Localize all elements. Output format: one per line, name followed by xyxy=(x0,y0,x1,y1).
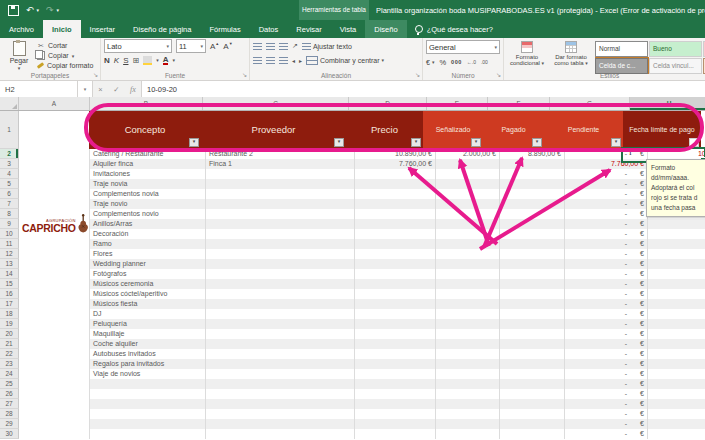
cell-B26[interactable] xyxy=(89,389,206,399)
cell-G13[interactable]: -€ xyxy=(565,259,648,269)
cell-B5[interactable]: Traje novia xyxy=(89,179,206,189)
cell-A12[interactable] xyxy=(19,249,89,259)
wrap-text-button[interactable]: Ajustar texto xyxy=(302,43,352,50)
cell-D16[interactable] xyxy=(355,289,436,299)
row-header-24[interactable]: 24 xyxy=(0,369,19,379)
cell-A7[interactable] xyxy=(19,199,89,209)
cell-D3[interactable]: 7.760,00 € xyxy=(355,159,436,169)
cell-C4[interactable] xyxy=(206,169,355,179)
cell-B19[interactable]: Peluquería xyxy=(89,319,206,329)
cell-F3[interactable] xyxy=(500,159,565,169)
cell-H2[interactable]: 10-09-20 xyxy=(648,149,705,159)
tab-inicio[interactable]: Inicio xyxy=(43,20,81,38)
cell-H30[interactable] xyxy=(648,429,705,439)
cell-B21[interactable]: Coche alquiler xyxy=(89,339,206,349)
cell-F27[interactable] xyxy=(500,399,565,409)
cell-G16[interactable]: -€ xyxy=(565,289,648,299)
cell-F14[interactable] xyxy=(500,269,565,279)
cell-E6[interactable] xyxy=(436,189,500,199)
cell-C6[interactable] xyxy=(206,189,355,199)
row-header-25[interactable]: 25 xyxy=(0,379,19,389)
font-dialog-launcher-icon[interactable]: ↘ xyxy=(242,71,247,78)
underline-button[interactable]: S xyxy=(123,56,128,65)
column-header-F[interactable]: F xyxy=(488,97,550,110)
cell-B3[interactable]: Alquiler finca xyxy=(89,159,206,169)
cell-B13[interactable]: Wedding planner xyxy=(89,259,206,269)
cell-style-bueno[interactable]: Bueno xyxy=(649,41,702,57)
cell-D4[interactable] xyxy=(355,169,436,179)
cell-D28[interactable] xyxy=(355,409,436,419)
cell-B22[interactable]: Autobuses invitados xyxy=(89,349,206,359)
cell-E18[interactable] xyxy=(436,309,500,319)
borders-button[interactable]: ⊞ xyxy=(132,56,139,65)
cell-F9[interactable] xyxy=(500,219,565,229)
cell-B15[interactable]: Músicos ceremonia xyxy=(89,279,206,289)
cell-D25[interactable] xyxy=(355,379,436,389)
cell-H9[interactable] xyxy=(648,219,705,229)
cell-D22[interactable] xyxy=(355,349,436,359)
cell-D21[interactable] xyxy=(355,339,436,349)
cell-A14[interactable] xyxy=(19,269,89,279)
alignment-dialog-launcher-icon[interactable]: ↘ xyxy=(415,71,420,78)
increase-decimal-button[interactable]: ←.0 xyxy=(467,59,476,65)
cell-H19[interactable] xyxy=(648,319,705,329)
cell-G28[interactable]: -€ xyxy=(565,409,648,419)
header-cell-senalizado[interactable]: Señalizado▾ xyxy=(423,111,483,149)
cell-F12[interactable] xyxy=(500,249,565,259)
cell-F15[interactable] xyxy=(500,279,565,289)
paste-dropdown-icon[interactable]: ▾ xyxy=(18,65,21,71)
row-header-21[interactable]: 21 xyxy=(0,339,19,349)
cell-F2[interactable]: 8.890,00 € xyxy=(500,149,565,159)
cell-H17[interactable] xyxy=(648,299,705,309)
cell-E22[interactable] xyxy=(436,349,500,359)
cell-G27[interactable]: -€ xyxy=(565,399,648,409)
cell-E8[interactable] xyxy=(436,209,500,219)
cell-H10[interactable] xyxy=(648,229,705,239)
cell-B28[interactable] xyxy=(89,409,206,419)
cell-B11[interactable]: Ramo xyxy=(89,239,206,249)
cell-F18[interactable] xyxy=(500,309,565,319)
cell-C19[interactable] xyxy=(206,319,355,329)
cell-C14[interactable] xyxy=(206,269,355,279)
cell-C7[interactable] xyxy=(206,199,355,209)
cell-G17[interactable]: -€ xyxy=(565,299,648,309)
cell-A28[interactable] xyxy=(19,409,89,419)
tab-archivo[interactable]: Archivo xyxy=(0,20,43,38)
cell-B12[interactable]: Flores xyxy=(89,249,206,259)
cell-D11[interactable] xyxy=(355,239,436,249)
cell-G7[interactable]: -€ xyxy=(565,199,648,209)
cell-C20[interactable] xyxy=(206,329,355,339)
column-header-C[interactable]: C xyxy=(203,97,349,110)
cell-A29[interactable] xyxy=(19,419,89,429)
percent-style-button[interactable]: % xyxy=(439,58,446,67)
row-header-29[interactable]: 29 xyxy=(0,419,19,429)
cell-F17[interactable] xyxy=(500,299,565,309)
filter-button-C[interactable]: ▾ xyxy=(334,138,344,147)
row-header-19[interactable]: 19 xyxy=(0,319,19,329)
cell-A16[interactable] xyxy=(19,289,89,299)
font-color-button[interactable]: A▾ xyxy=(163,56,175,65)
row-header-15[interactable]: 15 xyxy=(0,279,19,289)
cell-C26[interactable] xyxy=(206,389,355,399)
row-header-12[interactable]: 12 xyxy=(0,249,19,259)
cell-F28[interactable] xyxy=(500,409,565,419)
cell-F5[interactable] xyxy=(500,179,565,189)
column-header-D[interactable]: D xyxy=(349,97,427,110)
cell-E30[interactable] xyxy=(436,429,500,439)
tab-diseno[interactable]: Diseño xyxy=(365,20,406,38)
cell-B6[interactable]: Complementos novia xyxy=(89,189,206,199)
row-header-2[interactable]: 2 xyxy=(0,149,19,159)
cell-F16[interactable] xyxy=(500,289,565,299)
row-header-4[interactable]: 4 xyxy=(0,169,19,179)
cell-A24[interactable] xyxy=(19,369,89,379)
cell-F21[interactable] xyxy=(500,339,565,349)
cell-H27[interactable] xyxy=(648,399,705,409)
row-header-22[interactable]: 22 xyxy=(0,349,19,359)
cell-D26[interactable] xyxy=(355,389,436,399)
row-header-14[interactable]: 14 xyxy=(0,269,19,279)
font-name-select[interactable]: Lato▾ xyxy=(104,39,172,53)
cell-G11[interactable]: -€ xyxy=(565,239,648,249)
cell-E4[interactable] xyxy=(436,169,500,179)
fill-color-button[interactable]: ▾ xyxy=(143,56,159,65)
cell-B24[interactable]: Viaje de novios xyxy=(89,369,206,379)
